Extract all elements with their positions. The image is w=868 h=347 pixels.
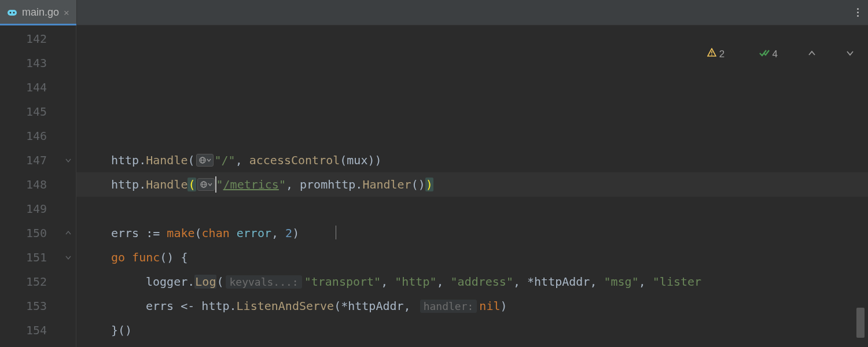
- gutter-row[interactable]: 147: [0, 148, 76, 172]
- svg-rect-4: [711, 54, 712, 56]
- pass-number: 4: [773, 49, 778, 60]
- check-icon: [731, 37, 769, 72]
- gutter-row[interactable]: 152: [0, 270, 76, 294]
- line-number: 146: [26, 129, 47, 143]
- gutter-row[interactable]: 146: [0, 124, 76, 148]
- code-line[interactable]: errs := make(chan error, 2): [76, 221, 868, 245]
- url-chip[interactable]: [196, 154, 214, 167]
- line-number: 145: [26, 105, 47, 119]
- token: "address": [451, 275, 513, 289]
- token: Handler: [362, 178, 411, 191]
- gutter-row[interactable]: 142: [0, 27, 76, 51]
- token: ListenAndServe: [237, 299, 334, 313]
- token: httpAddr: [348, 299, 403, 313]
- prev-highlight-button[interactable]: [785, 36, 816, 72]
- vertical-scrollbar[interactable]: [856, 308, 865, 338]
- gutter-row[interactable]: 143: [0, 51, 76, 75]
- gutter-row[interactable]: 149: [0, 197, 76, 221]
- tab-label: main.go: [22, 6, 59, 19]
- token: "msg": [604, 275, 639, 289]
- line-number: 142: [26, 32, 47, 46]
- token: .: [139, 178, 146, 191]
- token: go func: [111, 250, 160, 264]
- line-number: 150: [26, 226, 47, 240]
- file-tab-main-go[interactable]: main.go ✕: [0, 0, 77, 25]
- go-file-icon: [7, 9, 17, 17]
- token: ,: [286, 178, 300, 191]
- pass-count[interactable]: 4: [731, 37, 778, 72]
- token: (: [216, 275, 223, 289]
- token: nil: [479, 299, 500, 313]
- code-line[interactable]: http.Handle("/metrics", promhttp.Handler…: [76, 172, 868, 197]
- token: ): [425, 178, 433, 191]
- line-number: 154: [26, 323, 47, 337]
- gutter-row[interactable]: 154: [0, 318, 76, 342]
- line-number: 148: [26, 178, 47, 191]
- tab-spacer: [77, 0, 847, 25]
- token: ,: [404, 299, 418, 313]
- token: promhttp: [300, 178, 355, 191]
- gutter-row[interactable]: 148: [0, 172, 76, 197]
- close-icon[interactable]: ✕: [64, 7, 69, 18]
- token: (): [411, 178, 425, 191]
- code-line[interactable]: }(): [76, 318, 868, 342]
- url-chip[interactable]: [197, 178, 215, 191]
- token: Handle: [146, 153, 187, 167]
- line-number: 143: [26, 56, 47, 70]
- gutter: 142143144145146147148149150151152153154: [0, 25, 76, 347]
- gutter-row[interactable]: 145: [0, 99, 76, 124]
- token: ): [292, 226, 299, 240]
- line-number: 144: [26, 80, 47, 94]
- token: /metrics: [223, 178, 279, 191]
- token: errs: [111, 226, 146, 240]
- gutter-row[interactable]: 150: [0, 221, 76, 245]
- token: }(): [111, 323, 132, 337]
- inspection-widget[interactable]: 2 4: [680, 36, 854, 72]
- token: ,: [381, 275, 395, 289]
- line-number: 153: [26, 299, 47, 313]
- code-line[interactable]: go func() {: [76, 245, 868, 270]
- token: ,: [590, 275, 604, 289]
- gutter-row[interactable]: 144: [0, 75, 76, 99]
- code-line[interactable]: http.Handle("/", accessControl(mux)): [76, 148, 868, 172]
- more-options-button[interactable]: [847, 0, 868, 25]
- code-line[interactable]: errs <- http.ListenAndServe(*httpAddr, h…: [76, 294, 868, 318]
- fold-expand-icon[interactable]: [64, 229, 72, 237]
- token: , *: [513, 275, 534, 289]
- code-line[interactable]: logger.Log(keyvals...:"transport", "http…: [76, 270, 868, 294]
- warning-icon: [680, 36, 716, 72]
- svg-rect-0: [8, 10, 17, 16]
- code-line[interactable]: [76, 197, 868, 221]
- token: (: [195, 226, 202, 240]
- gutter-row[interactable]: 151: [0, 245, 76, 270]
- fold-collapse-icon[interactable]: [64, 156, 72, 164]
- code-area[interactable]: 2 4 http.Handle("/", accessControl(mux))…: [76, 25, 868, 347]
- token: mux: [347, 153, 367, 167]
- token: ,: [639, 275, 653, 289]
- line-number: 147: [26, 153, 47, 167]
- token: .: [187, 275, 194, 289]
- token: (: [187, 178, 196, 191]
- gutter-row[interactable]: 153: [0, 294, 76, 318]
- token: Handle: [146, 178, 187, 191]
- token: httpAddr: [534, 275, 590, 289]
- tab-bar: main.go ✕: [0, 0, 868, 25]
- code-line[interactable]: go func() {: [76, 342, 868, 347]
- token: )): [367, 153, 381, 167]
- line-number: 149: [26, 202, 47, 216]
- warning-count[interactable]: 2: [680, 36, 725, 72]
- token: .: [139, 153, 146, 167]
- secondary-caret: [336, 226, 336, 239]
- token: handler:: [420, 300, 477, 313]
- next-highlight-button[interactable]: [823, 36, 854, 72]
- code-line[interactable]: [76, 124, 868, 148]
- token: (: [187, 153, 194, 167]
- svg-rect-3: [711, 51, 712, 54]
- token: errs: [146, 299, 181, 313]
- token: (: [340, 153, 347, 167]
- token: make: [167, 226, 194, 240]
- token: (*: [334, 299, 348, 313]
- fold-collapse-icon[interactable]: [64, 253, 72, 261]
- token: "http": [395, 275, 436, 289]
- token: http: [111, 153, 139, 167]
